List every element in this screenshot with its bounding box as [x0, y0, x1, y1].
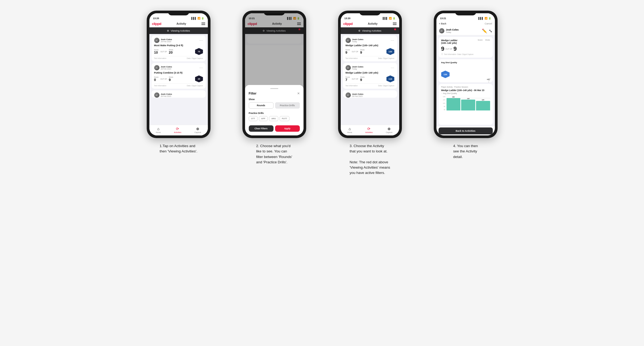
shots-value-1-2: 9 [169, 78, 173, 82]
activity-card-1-3[interactable]: JC Josh Coles 28 Feb 2023 [151, 90, 206, 98]
info-icon-4: ⓘ [441, 53, 443, 55]
user-date-1-1: 28 Feb 2023 [161, 41, 172, 42]
detail-shots-4: 9 [453, 45, 457, 52]
chip-app[interactable]: APP [259, 116, 268, 121]
capture-icon-3: ⊕ [388, 127, 391, 131]
card-header-1-1: JC Josh Coles 28 Feb 2023 ··· [154, 38, 203, 43]
rounds-toggle[interactable]: Rounds [249, 102, 273, 109]
y-axis-4: 140 120 100 80 60 [441, 96, 445, 110]
time-4: 13:21 [440, 17, 446, 20]
user-name-3-1: Josh Coles [352, 38, 364, 41]
card-menu-1-2[interactable]: ··· [199, 66, 203, 70]
edit-icon-4[interactable]: ✏️ [482, 28, 487, 33]
score-group-3-1: Score 9 [346, 49, 350, 54]
card-menu-3-1[interactable]: ··· [391, 39, 394, 42]
hamburger-menu-1[interactable] [201, 23, 205, 25]
card-menu-3-2[interactable]: ··· [391, 66, 394, 70]
bottom-nav-1: ⌂ Home ⟳ Activities ⊕ Capture [149, 125, 208, 135]
battery-icon-4: 🔋 [488, 17, 491, 20]
detail-user-info-4: JC Josh Coles Today [439, 28, 459, 33]
filter-modal-2[interactable]: Filter ✕ Show Rounds Practice Drills Pra… [245, 85, 304, 135]
detail-info-row-4: ⓘ Test Information Data: Clippd Capture [441, 53, 490, 55]
hamburger-menu-3[interactable] [393, 23, 397, 25]
activity-card-3-3[interactable]: JC Josh Coles 28 Feb 2023 [343, 90, 397, 98]
detail-outof-4: OUT OF [445, 48, 452, 50]
card-header-3-2: JC Josh Coles Today ··· [346, 65, 394, 70]
avatar-1-3: JC [154, 92, 159, 98]
detail-score-row-4: 9 OUT OF 9 [441, 45, 490, 52]
detail-user-details-4: Josh Coles Today [446, 28, 459, 33]
stats-row-3-1: Score 9 OUT OF Shots 9 130 [346, 48, 394, 55]
phone-4: 13:21 ▌▌▌ 📶 🔋 < Back Cancel JC [434, 11, 498, 138]
card-header-1-2: JC Josh Coles 28 Feb 2023 ··· [154, 65, 203, 70]
home-icon-1: ⌂ [157, 127, 159, 131]
activity-card-1-2[interactable]: JC Josh Coles 28 Feb 2023 ··· Putting Co… [151, 63, 206, 89]
user-details-1-1: Josh Coles 28 Feb 2023 [161, 38, 172, 42]
signal-icon-4: ▌▌▌ [478, 17, 483, 20]
footer-right-1-2: Data: Clippd Capture [187, 85, 203, 87]
wifi-icon-1: 📶 [197, 17, 200, 20]
chip-arg[interactable]: ARG [269, 116, 278, 121]
avatar-4: JC [439, 28, 444, 33]
back-to-activities-btn-4[interactable]: Back to Activities [439, 127, 493, 134]
filter-icon-1: ⚙ [167, 29, 169, 32]
nav-home-1[interactable]: ⌂ Home [156, 127, 161, 133]
clear-filters-btn[interactable]: Clear Filters [249, 125, 273, 132]
avg-quality-label-4: Avg Shot Quality [441, 61, 490, 64]
nav-home-3[interactable]: ⌂ Home [347, 127, 352, 133]
nav-capture-1[interactable]: ⊕ Capture [195, 127, 201, 133]
notch-4 [455, 11, 476, 15]
quality-badge-1-1: 75 [195, 48, 203, 55]
nav-capture-3[interactable]: ⊕ Capture [386, 127, 393, 133]
practice-drills-toggle[interactable]: Practice Drills [275, 102, 300, 109]
chip-putt[interactable]: PUTT [280, 116, 290, 121]
phone-2: 13:21 ▌▌▌ 📶 🔋 clippd Activity [242, 11, 306, 138]
footer-right-1-1: Data: Clippd Capture [187, 57, 203, 59]
back-btn-4[interactable]: < Back [439, 22, 447, 25]
activity-title-1-2: Putting Combine (3-15 ft) [154, 71, 203, 74]
detail-user-date-4: Today [446, 31, 459, 33]
dashed-line-4 [447, 98, 490, 98]
activity-card-1-1[interactable]: JC Josh Coles 28 Feb 2023 ··· Must Make … [151, 36, 206, 61]
viewing-banner-1[interactable]: ⚙ Viewing Activities [149, 27, 208, 34]
screen-3: 13:20 ▌▌▌ 📶 🔋 clippd Activity [341, 13, 399, 135]
cancel-btn-4[interactable]: Cancel [485, 22, 492, 25]
bottom-nav-3: ⌂ Home ⟳ Activities ⊕ Capture [341, 125, 399, 135]
activity-card-3-1[interactable]: JC Josh Coles Today ··· Wedge Ladder (10… [343, 36, 397, 61]
card-footer-3-2: Test Information Data: Clippd Capture [346, 83, 394, 87]
detail-score-4: 9 [441, 45, 444, 52]
nav-activities-1[interactable]: ⟳ Activities [174, 127, 182, 133]
chart-container-4: 130 130 100 50 0 [441, 65, 490, 78]
card-menu-1-1[interactable]: ··· [199, 39, 203, 42]
filter-close-btn[interactable]: ✕ [297, 92, 300, 95]
expand-icon-4[interactable]: ⤡ [489, 28, 492, 33]
nav-activities-3[interactable]: ⟳ Activities [365, 127, 373, 133]
info-text-4: Test Information [444, 53, 456, 55]
step-2-description: 2. Choose what you'd like to see. You ca… [256, 143, 292, 165]
screen-2: 13:21 ▌▌▌ 📶 🔋 clippd Activity [245, 13, 304, 135]
user-details-3-3: Josh Coles 28 Feb 2023 [352, 93, 364, 97]
bar-label-4-3: 124 [482, 99, 484, 101]
logo-1: clippd [152, 22, 161, 26]
user-name-3-2: Josh Coles [352, 66, 364, 68]
step-4-column: 13:21 ▌▌▌ 📶 🔋 < Back Cancel JC [423, 11, 508, 160]
filter-title-2: Filter [249, 92, 256, 95]
detail-score-labels-4: Score Shots [478, 39, 490, 41]
chip-ott[interactable]: OTT [249, 116, 258, 121]
stats-row-1-2: Score 0 OUT OF Shots 9 45 [154, 75, 203, 82]
home-icon-3: ⌂ [348, 127, 351, 131]
viewing-banner-3[interactable]: ⚙ Viewing Activities [341, 27, 399, 34]
notch-1 [168, 11, 189, 15]
activity-card-3-2[interactable]: JC Josh Coles Today ··· Wedge Ladder (10… [343, 63, 397, 89]
shots-label-4: Shots [485, 39, 490, 41]
score-value-1-1: 10 [154, 51, 159, 54]
shots-value-1-1: 20 [169, 51, 173, 54]
avatar-1-1: JC [154, 38, 159, 43]
footer-left-3-1: Test Information [346, 57, 358, 59]
status-icons-1: ▌▌▌ 📶 🔋 [191, 17, 204, 20]
user-info-3-3: JC Josh Coles 28 Feb 2023 [346, 92, 364, 98]
activities-label-1: Activities [174, 131, 182, 133]
activity-title-3-2: Wedge Ladder (100–140 yds) [346, 71, 394, 74]
apply-btn[interactable]: Apply [275, 125, 300, 132]
shots-group-1-2: Shots 9 [169, 76, 173, 82]
